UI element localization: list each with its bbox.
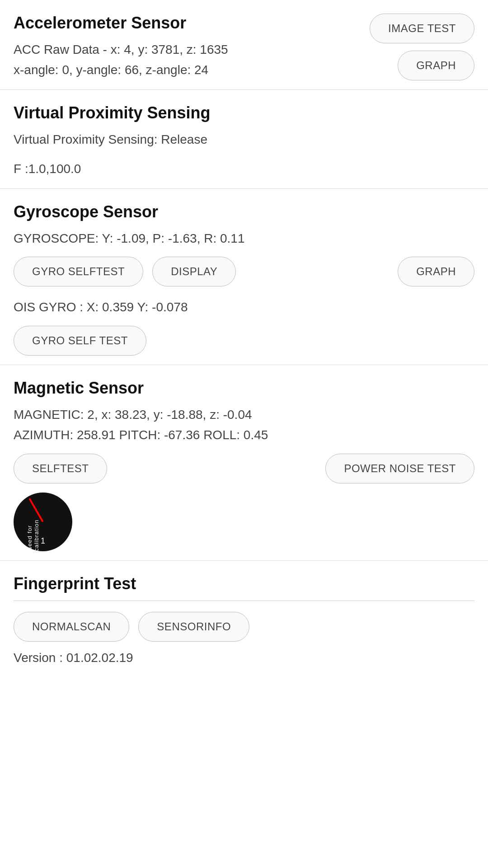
proximity-title: Virtual Proximity Sensing: [14, 103, 474, 122]
magnetic-section: Magnetic Sensor MAGNETIC: 2, x: 38.23, y…: [0, 365, 488, 561]
acc-angle-data: x-angle: 0, y-angle: 66, z-angle: 24: [14, 60, 370, 80]
power-noise-test-button[interactable]: POWER NOISE TEST: [325, 454, 474, 483]
compass-number: 1: [41, 536, 45, 546]
sensorinfo-button[interactable]: SENSORINFO: [138, 612, 249, 642]
fingerprint-title: Fingerprint Test: [14, 574, 474, 593]
normalscan-button[interactable]: NORMALSCAN: [14, 612, 129, 642]
acc-raw-data: ACC Raw Data - x: 4, y: 3781, z: 1635: [14, 40, 370, 60]
magnetic-data1: MAGNETIC: 2, x: 38.23, y: -18.88, z: -0.…: [14, 405, 474, 425]
fingerprint-divider: [14, 601, 474, 601]
image-test-button[interactable]: IMAGE TEST: [370, 14, 474, 43]
accelerometer-section: Accelerometer Sensor ACC Raw Data - x: 4…: [0, 0, 488, 90]
ois-gyro-data: OIS GYRO : X: 0.359 Y: -0.078: [14, 297, 474, 318]
magnetic-title: Magnetic Sensor: [14, 379, 474, 398]
proximity-f-value: F :1.0,100.0: [14, 159, 474, 179]
acc-graph-button[interactable]: GRAPH: [398, 51, 474, 80]
gyroscope-data: GYROSCOPE: Y: -1.09, P: -1.63, R: 0.11: [14, 229, 474, 249]
proximity-section: Virtual Proximity Sensing Virtual Proxim…: [0, 90, 488, 189]
accelerometer-title: Accelerometer Sensor: [14, 14, 370, 33]
gyro-graph-button[interactable]: GRAPH: [398, 257, 474, 286]
gyroscope-section: Gyroscope Sensor GYROSCOPE: Y: -1.09, P:…: [0, 189, 488, 366]
fingerprint-section: Fingerprint Test NORMALSCAN SENSORINFO V…: [0, 561, 488, 674]
proximity-status: Virtual Proximity Sensing: Release: [14, 130, 474, 150]
magnetic-data2: AZIMUTH: 258.91 PITCH: -67.36 ROLL: 0.45: [14, 425, 474, 446]
gyro-selftest-button[interactable]: GYRO SELFTEST: [14, 257, 143, 286]
gyroscope-title: Gyroscope Sensor: [14, 202, 474, 221]
selftest-button[interactable]: SELFTEST: [14, 454, 107, 483]
compass-dial: Need for calibration 1: [14, 493, 72, 551]
gyro-self-test-button[interactable]: GYRO SELF TEST: [14, 326, 146, 356]
version-text: Version : 01.02.02.19: [14, 651, 474, 665]
display-button[interactable]: DISPLAY: [152, 257, 236, 286]
